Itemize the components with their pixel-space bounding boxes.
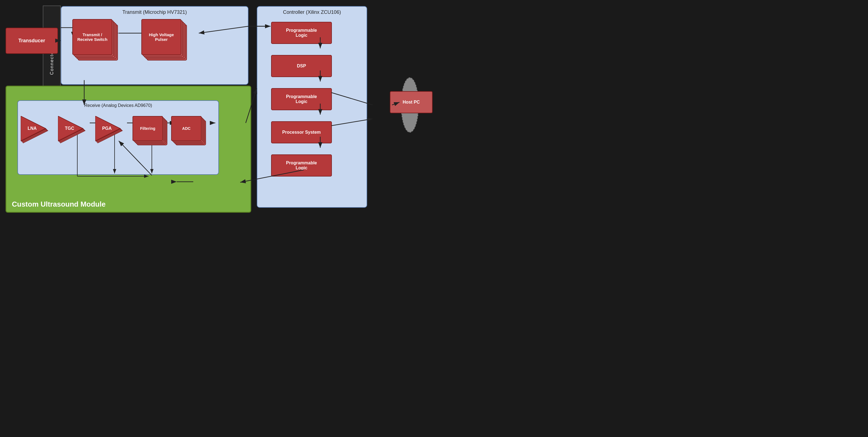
processor-system-block: Processor System	[271, 121, 332, 143]
lna-main-svg: LNA	[21, 116, 57, 146]
pga-main-svg: PGA	[95, 116, 131, 146]
hv-pulser-block: High Voltage Pulser	[142, 19, 181, 55]
filtering-stack: Filtering	[132, 116, 163, 141]
controller-panel: Controller (Xilinx ZCU106) Programmable …	[257, 6, 367, 208]
host-pc-box: Host PC	[390, 91, 433, 113]
controller-panel-label: Controller (Xilinx ZCU106)	[257, 9, 367, 15]
txrx-label: Transmit / Receive Switch	[77, 32, 107, 42]
receive-panel: Receive (Analog Devices AD9670) LNA	[18, 100, 219, 175]
dsp-block: DSP	[271, 55, 332, 77]
transducer-box: Transducer	[5, 28, 58, 54]
custom-module: Custom Ultrasound Module Receive (Analog…	[5, 86, 251, 213]
adc-label: ADC	[182, 126, 190, 130]
pga-stack: PGA	[95, 116, 131, 147]
filtering-block: Filtering	[132, 116, 163, 141]
tgc-stack: TGC	[58, 116, 94, 147]
transducer-label: Transducer	[18, 38, 45, 43]
txrx-switch-stack: Transmit / Receive Switch	[72, 19, 112, 55]
adc-stack: ADC	[171, 116, 202, 141]
adc-block: ADC	[171, 116, 202, 141]
prog-logic-3-block: Programmable Logic	[271, 154, 332, 176]
hv-pulser-stack: High Voltage Pulser	[142, 19, 181, 55]
diagram-container: Connector Transducer Transmit (Microchip…	[0, 0, 434, 218]
svg-text:LNA: LNA	[28, 126, 37, 130]
dsp-label: DSP	[297, 63, 306, 68]
processor-system-label: Processor System	[282, 130, 321, 135]
svg-text:TGC: TGC	[65, 126, 74, 130]
prog-logic-2-block: Programmable Logic	[271, 88, 332, 110]
prog-logic-1-label: Programmable Logic	[286, 28, 317, 38]
hv-label: High Voltage Pulser	[149, 32, 174, 42]
custom-module-label: Custom Ultrasound Module	[12, 200, 105, 209]
txrx-switch-block: Transmit / Receive Switch	[72, 19, 112, 55]
tgc-main-svg: TGC	[58, 116, 94, 146]
lna-stack: LNA	[21, 116, 57, 147]
prog-logic-2-label: Programmable Logic	[286, 94, 317, 104]
filtering-label: Filtering	[140, 126, 155, 130]
prog-logic-1-block: Programmable Logic	[271, 22, 332, 44]
transmit-panel-label: Transmit (Microchip HV7321)	[61, 9, 248, 15]
prog-logic-3-label: Programmable Logic	[286, 161, 317, 170]
svg-text:PGA: PGA	[102, 126, 112, 130]
host-pc-label: Host PC	[403, 100, 420, 105]
receive-panel-label: Receive (Analog Devices AD9670)	[18, 103, 218, 108]
transmit-panel: Transmit (Microchip HV7321) Transmit / R…	[61, 6, 248, 85]
